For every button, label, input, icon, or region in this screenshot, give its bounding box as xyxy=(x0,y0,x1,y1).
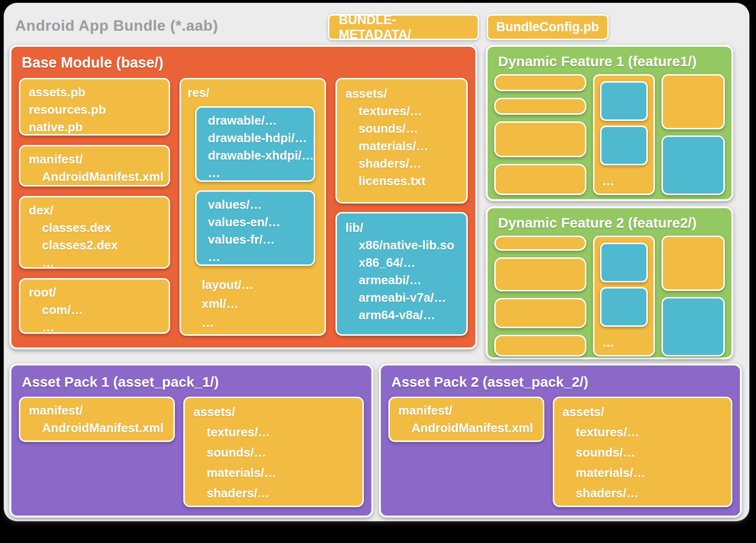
file-entry: x86/native-lib.so xyxy=(345,237,458,254)
page-title: Android App Bundle (*.aab) xyxy=(15,17,218,34)
asset-pack-2-panel: Asset Pack 2 (asset_pack_2/) manifest/ A… xyxy=(379,364,742,518)
dir-entry: sounds/… xyxy=(193,442,354,463)
feature-2-middle-box: … xyxy=(593,236,655,356)
feature-2-left-column xyxy=(494,236,586,356)
ellipsis-entry: … xyxy=(202,313,318,332)
manifest-box: manifest/ AndroidManifest.xml xyxy=(19,397,175,442)
dex-box: dex/ classes.dex classes2.dex … xyxy=(19,196,170,269)
base-module-panel: Base Module (base/) assets.pb resources.… xyxy=(9,45,477,349)
dir-entry: values-en/… xyxy=(208,213,314,231)
dir-entry: shaders/… xyxy=(193,483,354,503)
dynamic-feature-1-panel: Dynamic Feature 1 (feature1/) … xyxy=(486,45,733,201)
dir-entry: textures/… xyxy=(345,102,458,120)
placeholder-box xyxy=(600,287,648,327)
asset-pack-2-columns: manifest/ AndroidManifest.xml assets/ te… xyxy=(388,397,732,507)
base-column-1: assets.pb resources.pb native.pb manifes… xyxy=(19,78,170,336)
dir-entry: x86_64/… xyxy=(345,254,458,272)
dynamic-feature-2-panel: Dynamic Feature 2 (feature2/) … xyxy=(486,206,733,359)
dir-entry: materials/… xyxy=(193,463,354,483)
dir-entry: materials/… xyxy=(563,463,722,483)
aab-diagram: Android App Bundle (*.aab) BUNDLE-METADA… xyxy=(0,0,756,543)
base-module-columns: assets.pb resources.pb native.pb manifes… xyxy=(19,78,468,336)
pb-files-box: assets.pb resources.pb native.pb xyxy=(19,78,170,136)
dynamic-feature-2-title: Dynamic Feature 2 (feature2/) xyxy=(498,215,725,231)
dir-entry: arm64-v8a/… xyxy=(345,306,458,324)
file-entry: AndroidManifest.xml xyxy=(29,419,165,437)
file-entry: licenses.txt xyxy=(345,172,458,190)
placeholder-box xyxy=(600,126,648,165)
dir-header: manifest/ xyxy=(398,402,534,419)
dir-header: assets/ xyxy=(193,402,354,422)
placeholder-box xyxy=(494,164,586,195)
dir-header: dex/ xyxy=(29,202,160,219)
dir-header: assets/ xyxy=(345,85,458,102)
dir-entry: xml/… xyxy=(202,294,318,313)
dir-entry: materials/… xyxy=(345,137,458,155)
dir-header: manifest/ xyxy=(29,402,165,419)
dir-header: assets/ xyxy=(563,402,722,422)
ellipsis-entry: … xyxy=(208,164,314,182)
placeholder-box xyxy=(494,98,586,115)
dir-entry: armeabi-v7a/… xyxy=(345,289,458,306)
feature-1-middle-box: … xyxy=(593,74,655,195)
asset-pack-2-title: Asset Pack 2 (asset_pack_2/) xyxy=(391,374,732,390)
lib-box: lib/ x86/native-lib.so x86_64/… armeabi/… xyxy=(335,212,468,336)
feature-2-right-column xyxy=(662,236,725,356)
file-entry: classes.dex xyxy=(29,219,160,237)
res-box: res/ drawable/… drawable-hdpi/… drawable… xyxy=(180,78,326,336)
drawable-box: drawable/… drawable-hdpi/… drawable-xhdp… xyxy=(195,106,315,182)
placeholder-box xyxy=(494,335,586,356)
dir-entry: armeabi/… xyxy=(345,272,458,289)
file-entry: AndroidManifest.xml xyxy=(398,419,534,437)
dynamic-feature-1-title: Dynamic Feature 1 (feature1/) xyxy=(498,53,725,69)
root-box: root/ com/… … xyxy=(19,278,170,334)
feature-1-left-column xyxy=(494,74,586,195)
dir-header: manifest/ xyxy=(29,151,160,168)
ellipsis-entry: … xyxy=(600,175,648,188)
assets-box: assets/ textures/… sounds/… materials/… … xyxy=(335,78,468,204)
asset-pack-1-panel: Asset Pack 1 (asset_pack_1/) manifest/ A… xyxy=(9,364,373,518)
ellipsis-entry: … xyxy=(600,336,648,349)
manifest-box: manifest/ AndroidManifest.xml xyxy=(19,145,170,187)
dir-entry: drawable-hdpi/… xyxy=(208,129,314,147)
placeholder-box xyxy=(494,298,586,328)
asset-pack-1-title: Asset Pack 1 (asset_pack_1/) xyxy=(22,374,364,390)
placeholder-box xyxy=(494,121,586,157)
ellipsis-entry: … xyxy=(29,319,160,336)
file-entry: classes2.dex xyxy=(29,237,160,254)
bundle-metadata-badge: BUNDLE-METADATA/ xyxy=(328,14,479,40)
res-tail-entries: layout/… xml/… … xyxy=(202,275,318,332)
base-module-title: Base Module (base/) xyxy=(22,54,468,71)
dir-entry: textures/… xyxy=(563,422,722,442)
dir-entry: values/… xyxy=(208,196,314,213)
ellipsis-entry: … xyxy=(208,248,314,266)
dir-entry: com/… xyxy=(29,301,160,319)
feature-2-columns: … xyxy=(494,236,725,356)
values-box: values/… values-en/… values-fr/… … xyxy=(195,190,315,266)
dir-header: res/ xyxy=(188,84,318,102)
dir-entry: layout/… xyxy=(202,275,318,294)
dir-entry: shaders/… xyxy=(345,155,458,172)
dir-header: lib/ xyxy=(345,219,458,237)
dir-entry: shaders/… xyxy=(563,483,722,503)
dir-header: root/ xyxy=(29,284,160,301)
file-entry: assets.pb xyxy=(29,84,160,101)
placeholder-box xyxy=(662,236,725,291)
file-entry: resources.pb xyxy=(29,101,160,119)
assets-box: assets/ textures/… sounds/… materials/… … xyxy=(183,397,364,507)
dir-entry: values-fr/… xyxy=(208,231,314,248)
diagram-card: Android App Bundle (*.aab) BUNDLE-METADA… xyxy=(4,3,749,521)
placeholder-box xyxy=(494,74,586,91)
placeholder-box xyxy=(600,81,648,121)
dir-entry: drawable/… xyxy=(208,112,314,129)
placeholder-box xyxy=(662,74,725,129)
placeholder-box xyxy=(662,297,725,356)
dir-entry: sounds/… xyxy=(345,120,458,137)
dir-entry: sounds/… xyxy=(563,442,722,463)
file-entry: native.pb xyxy=(29,119,160,136)
feature-1-right-column xyxy=(662,74,725,195)
base-column-3: assets/ textures/… sounds/… materials/… … xyxy=(335,78,468,336)
placeholder-box xyxy=(600,243,648,282)
ellipsis-entry: … xyxy=(29,254,160,272)
manifest-box: manifest/ AndroidManifest.xml xyxy=(388,397,544,442)
